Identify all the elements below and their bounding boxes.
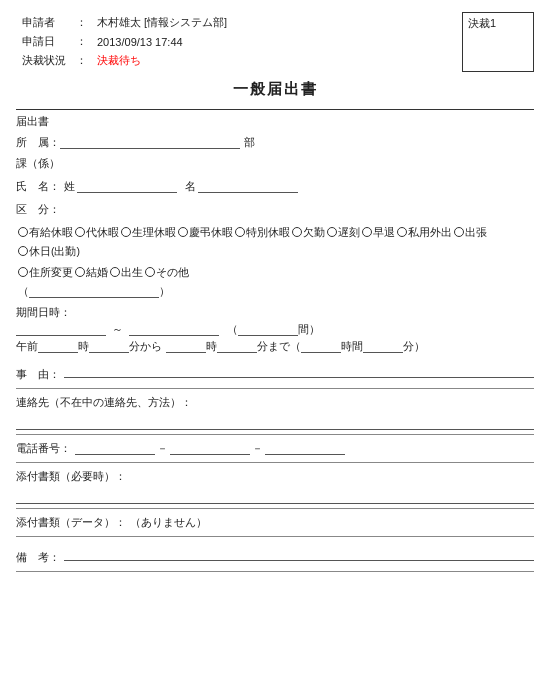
radio-label-4: 慶弔休暇 [189, 223, 233, 242]
status-value[interactable]: 決裁待ち [93, 52, 231, 69]
period-section: 期間日時： ～ （ 間） 午前 時 分から 時 分まで（ 時間 分） [16, 305, 534, 354]
tel-input-1[interactable] [75, 442, 155, 455]
jikan-label: 時間 [341, 339, 363, 354]
radio-label-3: 生理休暇 [132, 223, 176, 242]
kubun-row: 区 分 ： [16, 200, 534, 219]
fun2-input[interactable] [363, 340, 403, 353]
min1-input[interactable] [89, 340, 129, 353]
paren-input-row: （ ） [18, 284, 534, 299]
paren-open: （ [18, 284, 29, 299]
approval-box: 決裁1 [462, 12, 534, 72]
radio-circle-10 [454, 227, 464, 237]
radio-circle-9 [397, 227, 407, 237]
radio-label-11: 休日(出勤) [29, 242, 80, 261]
radio-group: 有給休暇 代休暇 生理休暇 慶弔休暇 特別休暇 欠勤 遅刻 早退 [18, 223, 534, 261]
name-sei-input[interactable] [77, 180, 177, 193]
jiyuu-section: 事 由： [16, 358, 534, 384]
period-start-input[interactable] [16, 323, 106, 336]
radio-circle-3 [121, 227, 131, 237]
renraku-label-row: 連絡先（不在中の連絡先、方法）： [16, 393, 534, 412]
tel-dash-2: － [252, 441, 263, 456]
dept-row: 所 属 ： 部 [16, 133, 534, 152]
name-mei-input[interactable] [198, 180, 298, 193]
radio-label-9: 私用外出 [408, 223, 452, 242]
radio-circle-15 [145, 267, 155, 277]
radio-chikoku[interactable]: 遅刻 [327, 223, 360, 242]
period-duration-input[interactable] [238, 323, 298, 336]
dept-input[interactable] [60, 136, 240, 149]
radio-juushohenkou[interactable]: 住所変更 [18, 263, 73, 282]
addfile-data-label: 添付書類（データ）： [16, 515, 126, 530]
jiyu-label: 事 由： [16, 367, 60, 382]
radio-label-7: 遅刻 [338, 223, 360, 242]
radio-keijikyuuka[interactable]: 慶弔休暇 [178, 223, 233, 242]
period-end-input[interactable] [129, 323, 219, 336]
radio-kekkin[interactable]: 欠勤 [292, 223, 325, 242]
divider-1 [16, 388, 534, 389]
tel-input-3[interactable] [265, 442, 345, 455]
radio-circle-13 [75, 267, 85, 277]
radio-shussei[interactable]: 出生 [110, 263, 143, 282]
status-colon: ： [72, 52, 91, 69]
jikan-input[interactable] [301, 340, 341, 353]
radio-label-12: 住所変更 [29, 263, 73, 282]
radio-circle-1 [18, 227, 28, 237]
ji-label: 時 [78, 339, 89, 354]
name-label: 氏 名 [16, 179, 49, 194]
period-row1: ～ （ 間） [16, 322, 534, 337]
radio-circle-4 [178, 227, 188, 237]
radio-tokubetsukyuuka[interactable]: 特別休暇 [235, 223, 290, 242]
date-colon: ： [72, 33, 91, 50]
name-sei-label: 姓 [64, 179, 75, 194]
radio-label-5: 特別休暇 [246, 223, 290, 242]
renraku-label: 連絡先（不在中の連絡先、方法）： [16, 395, 192, 410]
fun-kara-label: 分から [129, 339, 162, 354]
doc-title: 一般届出書 [16, 80, 534, 99]
radio-kyuujitsushukkin[interactable]: 休日(出勤) [18, 242, 80, 261]
header-left: 申請者 ： 木村雄太 [情報システム部] 申請日 ： 2013/09/13 17… [16, 12, 233, 72]
date-label: 申請日 [18, 33, 70, 50]
radio-label-6: 欠勤 [303, 223, 325, 242]
biko-section: 備 考： [16, 541, 534, 567]
biko-label: 備 考： [16, 550, 60, 565]
dept-suffix: 部 [244, 135, 255, 150]
radio-label-1: 有給休暇 [29, 223, 73, 242]
approval-label: 決裁1 [468, 17, 496, 29]
radio-kekkon[interactable]: 結婚 [75, 263, 108, 282]
radio-shiyougaishutsu[interactable]: 私用外出 [397, 223, 452, 242]
radio-shucchou[interactable]: 出張 [454, 223, 487, 242]
radio-yuukyuukyuuka[interactable]: 有給休暇 [18, 223, 73, 242]
tel-dash-1: － [157, 441, 168, 456]
radio-label-14: 出生 [121, 263, 143, 282]
radio-circle-11 [18, 246, 28, 256]
radio-circle-7 [327, 227, 337, 237]
paren-input[interactable] [29, 285, 159, 298]
radio-sonohoka[interactable]: その他 [145, 263, 189, 282]
date-value: 2013/09/13 17:44 [93, 33, 231, 50]
tel-section: 電話番号： － － [16, 439, 534, 458]
period-paren-open: （ [227, 322, 238, 337]
radio-circle-14 [110, 267, 120, 277]
dept-label: 所 属 [16, 135, 49, 150]
radio-circle-12 [18, 267, 28, 277]
addfile-label-row: 添付書類（必要時）： [16, 467, 534, 486]
addfile-section: 添付書類（必要時）： [16, 467, 534, 504]
status-label: 決裁状況 [18, 52, 70, 69]
min2-input[interactable] [217, 340, 257, 353]
header-section: 申請者 ： 木村雄太 [情報システム部] 申請日 ： 2013/09/13 17… [16, 12, 534, 72]
radio-label-15: その他 [156, 263, 189, 282]
paren-close: ） [159, 284, 170, 299]
hour1-input[interactable] [38, 340, 78, 353]
name-mei-label: 名 [185, 179, 196, 194]
ka-label: 課（係） [16, 156, 60, 171]
tel-input-2[interactable] [170, 442, 250, 455]
period-paren-close: 間） [298, 322, 320, 337]
applicant-value: 木村雄太 [情報システム部] [93, 14, 231, 31]
hour2-input[interactable] [166, 340, 206, 353]
radio-label-8: 早退 [373, 223, 395, 242]
addfile-data-value: （ありません） [130, 515, 207, 530]
period-label: 期間日時： [16, 305, 534, 320]
radio-seirikyuuka[interactable]: 生理休暇 [121, 223, 176, 242]
radio-soutai[interactable]: 早退 [362, 223, 395, 242]
radio-daikyuukyuuka[interactable]: 代休暇 [75, 223, 119, 242]
